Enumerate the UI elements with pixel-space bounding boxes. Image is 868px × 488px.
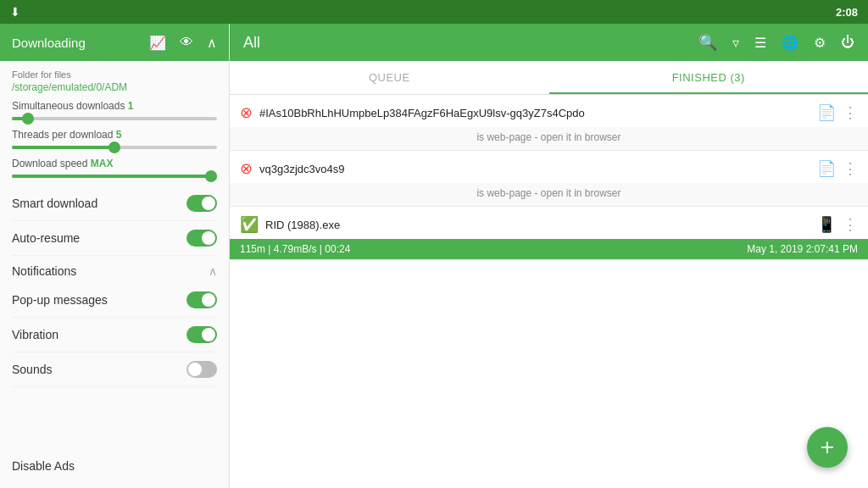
vibration-toggle[interactable] <box>186 326 217 343</box>
system-topbar: ⬇ 2:08 <box>0 0 868 24</box>
vibration-row: Vibration <box>12 318 217 352</box>
auto-resume-row: Auto-resume <box>12 221 217 256</box>
success-icon: ✅ <box>240 215 259 234</box>
content-icons: 🔍 ▿ ☰ 🌐 ⚙ ⏻ <box>698 33 854 52</box>
filename: vq3g3zjdc3vo4s9 <box>259 163 344 175</box>
tab-queue[interactable]: QUEUE <box>230 61 549 94</box>
chevron-up-icon[interactable]: ∧ <box>207 35 217 51</box>
progress-date: May 1, 2019 2:07:41 PM <box>747 243 858 255</box>
sidebar-body: Folder for files /storage/emulated/0/ADM… <box>0 61 229 396</box>
smart-download-row: Smart download <box>12 186 217 221</box>
downloading-section-header: Downloading 📈 👁 ∧ <box>0 24 229 61</box>
content-area: All 🔍 ▿ ☰ 🌐 ⚙ ⏻ QUEUE FINISHED (3) <box>230 24 868 488</box>
download-item-left: ⊗ vq3g3zjdc3vo4s9 <box>240 159 817 178</box>
download-list: ⊗ #IAs10BbRhLhHUmpbeLp384FAgzF6HaEgxU9ls… <box>230 95 868 488</box>
download-item: ⊗ vq3g3zjdc3vo4s9 📄 ⋮ is web-page - open… <box>230 151 868 207</box>
download-item: ⊗ #IAs10BbRhLhHUmpbeLp384FAgzF6HaEgxU9ls… <box>230 95 868 151</box>
simultaneous-setting: Simultaneous downloads 1 <box>12 100 217 120</box>
speed-label: Download speed MAX <box>12 158 217 169</box>
simultaneous-slider[interactable] <box>12 117 217 120</box>
tabs: QUEUE FINISHED (3) <box>230 61 868 95</box>
main-layout: Downloading 📈 👁 ∧ Folder for files /stor… <box>0 24 868 488</box>
download-item-actions: 📄 ⋮ <box>817 103 858 122</box>
folder-setting: Folder for files /storage/emulated/0/ADM <box>12 69 217 93</box>
download-item-sub: is web-page - open it in browser <box>230 127 868 150</box>
fab-button[interactable]: + <box>807 427 848 468</box>
chart-icon[interactable]: 📈 <box>149 35 166 51</box>
sounds-row: Sounds <box>12 352 217 387</box>
smart-download-label: Smart download <box>12 197 97 210</box>
list-icon[interactable]: ☰ <box>754 35 766 51</box>
settings-icon[interactable]: ⚙ <box>814 35 826 51</box>
threads-label: Threads per download 5 <box>12 129 217 141</box>
progress-info: 115m | 4.79mB/s | 00:24 <box>240 243 350 255</box>
notifications-chevron-icon[interactable]: ∧ <box>209 264 217 278</box>
notifications-section: Notifications ∧ <box>12 256 217 283</box>
folder-path[interactable]: /storage/emulated/0/ADM <box>12 81 217 93</box>
download-item-sub: is web-page - open it in browser <box>230 183 868 206</box>
device-icon[interactable]: 📱 <box>817 215 836 234</box>
content-wrapper: ⊗ #IAs10BbRhLhHUmpbeLp384FAgzF6HaEgxU9ls… <box>230 95 868 488</box>
error-icon: ⊗ <box>240 103 253 122</box>
search-icon[interactable]: 🔍 <box>698 33 717 52</box>
downloading-label: Downloading <box>12 36 86 50</box>
download-item-header: ⊗ #IAs10BbRhLhHUmpbeLp384FAgzF6HaEgxU9ls… <box>230 95 868 127</box>
file-icon[interactable]: 📄 <box>817 159 836 178</box>
error-icon: ⊗ <box>240 159 253 178</box>
auto-resume-label: Auto-resume <box>12 231 80 245</box>
filter-icon[interactable]: ▿ <box>732 35 739 51</box>
download-item-header: ⊗ vq3g3zjdc3vo4s9 📄 ⋮ <box>230 151 868 183</box>
download-item: ✅ RID (1988).exe 📱 ⋮ 115m | 4.79mB/s | 0… <box>230 207 868 260</box>
simultaneous-label: Simultaneous downloads 1 <box>12 100 217 112</box>
popup-toggle[interactable] <box>186 291 217 308</box>
more-icon[interactable]: ⋮ <box>843 215 858 234</box>
content-topbar: All 🔍 ▿ ☰ 🌐 ⚙ ⏻ <box>230 24 868 61</box>
system-time: 2:08 <box>836 6 858 19</box>
download-item-actions: 📱 ⋮ <box>817 215 858 234</box>
sidebar: Downloading 📈 👁 ∧ Folder for files /stor… <box>0 24 230 488</box>
content-title: All <box>243 34 260 52</box>
disable-ads-label: Disable Ads <box>12 459 75 473</box>
eye-icon[interactable]: 👁 <box>180 35 193 50</box>
header-icons: 📈 👁 ∧ <box>149 35 217 51</box>
tab-finished[interactable]: FINISHED (3) <box>549 61 869 94</box>
download-item-header: ✅ RID (1988).exe 📱 ⋮ <box>230 207 868 239</box>
download-item-left: ⊗ #IAs10BbRhLhHUmpbeLp384FAgzF6HaEgxU9ls… <box>240 103 817 122</box>
auto-resume-toggle[interactable] <box>186 230 217 247</box>
filename: RID (1988).exe <box>265 219 340 231</box>
filename: #IAs10BbRhLhHUmpbeLp384FAgzF6HaEgxU9lsv-… <box>259 107 585 119</box>
disable-ads-row[interactable]: Disable Ads <box>12 452 75 480</box>
popup-label: Pop-up messages <box>12 293 108 307</box>
speed-slider[interactable] <box>12 175 217 178</box>
app-icon: ⬇ <box>10 5 20 19</box>
popup-row: Pop-up messages <box>12 283 217 318</box>
smart-download-toggle[interactable] <box>186 195 217 212</box>
power-icon[interactable]: ⏻ <box>841 35 854 50</box>
folder-label: Folder for files <box>12 69 217 80</box>
speed-setting: Download speed MAX <box>12 158 217 178</box>
vibration-label: Vibration <box>12 328 58 341</box>
threads-setting: Threads per download 5 <box>12 129 217 149</box>
file-icon[interactable]: 📄 <box>817 103 836 122</box>
threads-slider[interactable] <box>12 146 217 149</box>
download-item-left: ✅ RID (1988).exe <box>240 215 817 234</box>
more-icon[interactable]: ⋮ <box>843 159 858 178</box>
download-progress-bar: 115m | 4.79mB/s | 00:24 May 1, 2019 2:07… <box>230 239 868 259</box>
notifications-label: Notifications <box>12 264 76 278</box>
more-icon[interactable]: ⋮ <box>843 103 858 122</box>
globe-icon[interactable]: 🌐 <box>782 35 798 51</box>
download-item-actions: 📄 ⋮ <box>817 159 858 178</box>
sounds-label: Sounds <box>12 363 52 376</box>
sounds-toggle[interactable] <box>186 361 217 378</box>
